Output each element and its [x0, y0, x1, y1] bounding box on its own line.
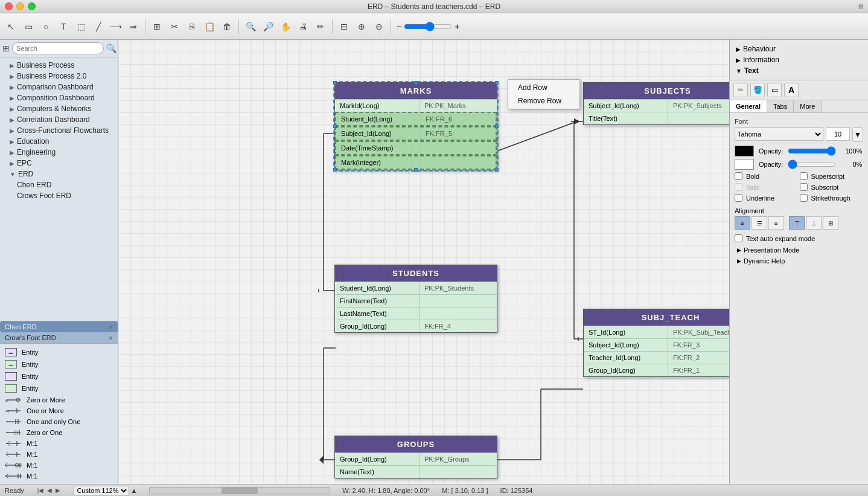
tree-item-chen-erd[interactable]: Chen ERD	[0, 179, 118, 190]
relation-item-zero-or-one[interactable]: Zero or One	[0, 427, 118, 438]
marks-row-2[interactable]: Subject_Id(Long) FK:FR_5	[335, 126, 497, 141]
align-center-btn[interactable]: ☰	[752, 216, 767, 230]
relation-item-m1-1[interactable]: M:1	[0, 449, 118, 460]
font-size-input[interactable]	[826, 127, 850, 141]
entity-item-0[interactable]: ▬ Entity	[0, 346, 118, 358]
font-family-select[interactable]: Tahoma	[735, 127, 823, 141]
relation-item-zero-or-more[interactable]: ∞ Zero or More	[0, 395, 118, 405]
relation-item-one-or-more[interactable]: ⊣ One or More	[0, 405, 118, 416]
marks-row-0[interactable]: MarkId(Long) PK:PK_Marks	[335, 99, 497, 112]
tree-item-education[interactable]: ▶ Education	[0, 136, 118, 147]
subj-teach-table[interactable]: SUBJ_TEACH ST_Id(Long) PK:PK_Subj_Teach …	[583, 309, 729, 377]
copy-tool[interactable]: ⎘	[183, 18, 200, 35]
sel-handle-bc[interactable]	[414, 168, 418, 172]
paste-tool[interactable]: 📋	[201, 18, 218, 35]
marks-row-3[interactable]: Date(TimeStamp)	[335, 141, 497, 155]
groups-row-1[interactable]: Name(Text)	[335, 465, 497, 478]
draw-tool[interactable]: ✏	[312, 18, 329, 35]
relation-item-m1-3[interactable]: M:1	[0, 471, 118, 482]
minimize-button[interactable]	[16, 2, 24, 10]
tab-crows-foot-erd[interactable]: Crow's Foot ERD ✕	[0, 332, 118, 343]
sel-handle-ml[interactable]	[333, 124, 337, 128]
sel-handle-mr[interactable]	[495, 124, 499, 128]
zoom-slider[interactable]	[404, 22, 452, 31]
relation-item-m1-0[interactable]: M:1	[0, 438, 118, 449]
tree-item-business-process-2[interactable]: ▶ Business Process 2.0	[0, 71, 118, 82]
opacity-slider-2[interactable]	[788, 159, 836, 169]
tree-item-engineering[interactable]: ▶ Engineering	[0, 147, 118, 158]
panel-section-text[interactable]: ▼ Text	[733, 65, 864, 76]
tab-general[interactable]: General	[730, 100, 767, 112]
sel-handle-tc[interactable]	[414, 81, 418, 85]
entity-item-2[interactable]: Entity	[0, 370, 118, 382]
tree-item-epc[interactable]: ▶ EPC	[0, 158, 118, 169]
tree-item-correlation-dashboard[interactable]: ▶ Correlation Dashboard	[0, 114, 118, 125]
tree-item-erd[interactable]: ▼ ERD	[0, 169, 118, 179]
superscript-checkbox[interactable]	[800, 172, 808, 180]
tree-item-business-process[interactable]: ▶ Business Process	[0, 60, 118, 71]
tab-chen-erd[interactable]: Chen ERD ✕	[0, 321, 118, 332]
subj-teach-row-3[interactable]: Group_Id(Long) FK:FR_1	[584, 364, 729, 376]
zoom-up-arrow[interactable]: ▲	[130, 487, 137, 494]
marks-row-1[interactable]: Student_Id(Long) FK:FR_6	[335, 112, 497, 126]
subjects-table[interactable]: SUBJECTS Subject_Id(Long) PK:PK_Subjects…	[583, 82, 729, 125]
fit-page-tool[interactable]: ⊟	[336, 18, 353, 35]
bold-checkbox[interactable]	[735, 172, 742, 180]
dynamic-help-link[interactable]: ▶ Dynamic Help	[735, 256, 863, 266]
horizontal-scrollbar[interactable]	[149, 487, 330, 494]
image-tool[interactable]: ⬚	[72, 18, 89, 35]
underline-checkbox[interactable]	[735, 194, 742, 202]
students-row-2[interactable]: LastName(Text)	[335, 307, 497, 320]
strikethrough-checkbox[interactable]	[800, 194, 808, 202]
nav-first[interactable]: |◀	[36, 487, 45, 494]
search-input[interactable]	[12, 42, 104, 54]
pan-tool[interactable]: ✋	[277, 18, 294, 35]
students-row-0[interactable]: Student_Id(Long) PK:PK_Students	[335, 282, 497, 294]
ctx-remove-row[interactable]: Remove Row	[508, 94, 579, 108]
font-size-down[interactable]: ▼	[852, 127, 863, 142]
sel-handle-tl[interactable]	[333, 81, 337, 85]
opacity-slider-1[interactable]	[788, 146, 836, 156]
tree-item-composition-dashboard[interactable]: ▶ Composition Dashboard	[0, 92, 118, 103]
fullscreen-button[interactable]	[28, 2, 36, 10]
tree-item-cross-functional[interactable]: ▶ Cross-Functional Flowcharts	[0, 125, 118, 136]
panel-section-behaviour[interactable]: ▶ Behaviour	[733, 43, 864, 54]
zoom-out2-tool[interactable]: ⊖	[371, 18, 388, 35]
print-tool[interactable]: 🖨	[295, 18, 311, 35]
subjects-row-0[interactable]: Subject_Id(Long) PK:PK_Subjects	[584, 99, 729, 112]
select-all-tool[interactable]: ⊞	[148, 18, 165, 35]
students-row-3[interactable]: Group_Id(Long) FK:FR_4	[335, 320, 497, 332]
align-right-btn[interactable]: ≡	[768, 216, 784, 230]
align-top-btn[interactable]: ⊤	[789, 216, 805, 230]
sel-handle-bl[interactable]	[333, 168, 337, 172]
search-icon[interactable]: 🔍	[106, 43, 116, 53]
color-picker-2[interactable]	[735, 159, 754, 170]
align-left-btn[interactable]: ≡	[735, 216, 750, 230]
zoom-in-tool[interactable]: 🔍	[242, 18, 259, 35]
zoom-out-tool[interactable]: 🔎	[260, 18, 276, 35]
cut-tool[interactable]: ✂	[166, 18, 183, 35]
presentation-mode-link[interactable]: ▶ Presentation Mode	[735, 245, 863, 256]
close-chen-erd[interactable]: ✕	[108, 324, 113, 330]
nav-prev[interactable]: ◀	[46, 487, 53, 494]
subj-teach-row-1[interactable]: Subject_Id(Long) FK:FR_3	[584, 338, 729, 351]
students-table[interactable]: STUDENTS Student_Id(Long) PK:PK_Students…	[334, 265, 497, 333]
canvas[interactable]: MARKS MarkId(Long) PK:PK_Marks Student_I…	[118, 40, 729, 484]
zoom-in2-tool[interactable]: ⊕	[353, 18, 370, 35]
groups-row-0[interactable]: Group_Id(Long) PK:PK_Groups	[335, 453, 497, 465]
entity-item-3[interactable]: Entity	[0, 382, 118, 395]
line-tool[interactable]: ╱	[90, 18, 107, 35]
format-bucket-btn[interactable]: 🪣	[750, 83, 765, 97]
tab-tabs[interactable]: Tabs	[767, 100, 794, 112]
color-picker-1[interactable]	[735, 146, 754, 156]
align-bottom-btn[interactable]: ⊞	[823, 216, 838, 230]
connection2-tool[interactable]: ⇒	[125, 18, 142, 35]
sel-handle-br[interactable]	[495, 168, 499, 172]
text-tool[interactable]: T	[55, 18, 72, 35]
sel-handle-tr[interactable]	[495, 81, 499, 85]
subj-teach-row-0[interactable]: ST_Id(Long) PK:PK_Subj_Teach	[584, 326, 729, 338]
maximize-icon[interactable]: ⊞	[858, 3, 863, 10]
autoexpand-checkbox[interactable]	[735, 234, 742, 242]
cursor-tool[interactable]: ↖	[2, 18, 19, 35]
tree-item-crows-foot-erd[interactable]: Crows Foot ERD	[0, 190, 118, 201]
